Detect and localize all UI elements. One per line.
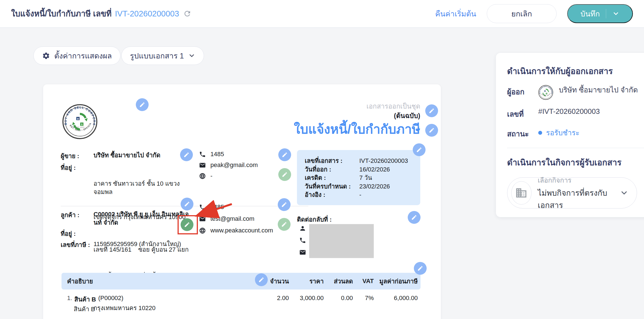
status-badge: รอรับชำระ: [546, 127, 579, 138]
number-label: เลขที่: [507, 107, 538, 120]
receiver-section-title: ดำเนินการในกิจการผู้รับเอกสาร: [507, 156, 644, 169]
mail-icon: [199, 162, 206, 169]
reset-defaults-link[interactable]: คืนค่าเริ่มต้น: [435, 8, 476, 20]
gear-icon: [42, 52, 50, 60]
status-dot: [538, 131, 542, 135]
info-issue-date-value: 16/02/2026: [359, 165, 412, 174]
pencil-icon: [281, 221, 287, 227]
customer-name: C00002 บริษัท พี ยู ยู เอ็น อินเทลลิเจนท…: [94, 210, 191, 227]
edit-customer-address-button[interactable]: [181, 218, 193, 231]
person-icon: [299, 225, 306, 232]
edit-title-button[interactable]: [425, 124, 438, 137]
chevron-down-icon: [188, 52, 195, 59]
chevron-down-icon: [620, 188, 628, 198]
status-label: สถานะ: [507, 127, 538, 139]
info-reference-label: อ้างอิง :: [305, 191, 359, 199]
company-logo: [62, 104, 98, 139]
items-table-header: คำอธิบาย จำนวน ราคา ส่วนลด VAT มูลค่าก่อ…: [62, 273, 421, 289]
pencil-icon: [411, 214, 417, 220]
item-amount: 6,000.00: [374, 295, 418, 304]
pencil-icon: [258, 277, 264, 283]
save-button-divider: [606, 9, 606, 18]
pencil-icon: [282, 171, 288, 178]
mail-icon: [199, 215, 206, 222]
seller-contact: 1485 peak@gmail.com -: [199, 151, 258, 180]
issuer-section-title: ดำเนินการให้กับผู้ออกเอกสาร: [507, 65, 644, 78]
col-discount: ส่วนลด: [324, 276, 353, 286]
edit-customer-button[interactable]: [181, 198, 193, 210]
document-preview-card: เอกสารออกเป็นชุด (ต้นฉบับ) ใบแจ้งหนี้/ใบ…: [43, 84, 441, 319]
col-pretax-amount: มูลค่าก่อนภาษี: [374, 276, 418, 286]
item-discount: 0.00: [324, 295, 353, 304]
pencil-icon: [184, 201, 190, 207]
pencil-icon: [429, 127, 435, 133]
callback-label: ติดต่อกลับที่ :: [297, 215, 332, 224]
phone-icon: [199, 151, 206, 158]
business-avatar: [511, 181, 532, 205]
topbar: ใบแจ้งหนี้/ใบกำกับภาษี เลขที่ IVT-202602…: [0, 0, 644, 28]
edit-info-box-button[interactable]: [413, 143, 426, 156]
edit-table-columns-button[interactable]: [255, 273, 268, 286]
edit-customer-contact-green-button[interactable]: [278, 218, 291, 231]
issuer-name: บริษัท ซื้อมาขายไป จำกัด: [559, 85, 638, 95]
customer-phone: 1485: [210, 203, 224, 211]
item-vat: 7%: [353, 295, 374, 304]
status-row: สถานะ รอรับชำระ: [507, 127, 644, 139]
pencil-icon: [281, 202, 287, 208]
business-select-value: ไม่พบกิจการที่ตรงกับเอกสาร: [538, 187, 620, 211]
number-row: เลขที่ #IVT-20260200003: [507, 107, 644, 120]
col-vat: VAT: [353, 278, 374, 285]
refresh-icon[interactable]: [183, 9, 191, 18]
phone-icon: [299, 237, 306, 244]
issuer-row: ผู้ออก บริษัท ซื้อมาขายไป จำกัด: [507, 85, 644, 100]
item-name: สินค้า B: [74, 295, 96, 304]
info-issue-date-label: วันที่ออก :: [305, 165, 359, 174]
phone-icon: [199, 204, 206, 211]
seller-phone: 1485: [210, 151, 224, 158]
info-credit-value: 7 วัน: [359, 174, 412, 182]
doc-format-label: รูปแบบเอกสาร 1: [130, 50, 184, 62]
cancel-button[interactable]: ยกเลิก: [487, 4, 557, 23]
seller-website: -: [210, 172, 212, 180]
globe-icon: [199, 173, 206, 180]
edit-callback-button[interactable]: [408, 211, 421, 224]
business-select-dropdown[interactable]: เลือกกิจการ ไม่พบกิจการที่ตรงกับเอกสาร: [507, 177, 637, 208]
item-number: 1.: [67, 295, 72, 304]
item-price: 3,000.00: [289, 295, 324, 304]
customer-email: test@gmail.com: [210, 215, 254, 222]
edit-batch-button[interactable]: [425, 104, 438, 117]
edit-logo-button[interactable]: [136, 98, 149, 111]
info-reference-value: -: [359, 191, 412, 199]
issuer-label: ผู้ออก: [507, 85, 538, 97]
page-title: ใบแจ้งหนี้/ใบกำกับภาษี เลขที่: [11, 7, 112, 20]
item-qty: 2.00: [257, 295, 289, 304]
save-button[interactable]: บันทึก: [567, 4, 633, 23]
pencil-icon: [183, 152, 190, 158]
document-head-right: เอกสารออกเป็นชุด (ต้นฉบับ) ใบแจ้งหนี้/ใบ…: [294, 102, 420, 138]
document-title: ใบแจ้งหนี้/ใบกำกับภาษี: [294, 121, 420, 138]
customer-label: ลูกค้า :: [61, 210, 94, 227]
seller-email: peak@gmail.com: [210, 161, 258, 169]
save-chevron-down-icon[interactable]: [612, 10, 620, 17]
pencil-icon: [139, 102, 145, 108]
edit-table-button[interactable]: [414, 262, 427, 275]
item-code: (P00002): [98, 295, 124, 304]
edit-seller-button[interactable]: [180, 148, 193, 161]
doc-number-link[interactable]: IVT-20260200003: [115, 9, 179, 18]
pencil-icon: [416, 147, 422, 153]
document-info-box: เลขที่เอกสาร :IVT-20260200003 วันที่ออก …: [297, 150, 420, 205]
seller-label: ผู้ขาย :: [61, 151, 94, 161]
seller-name: บริษัท ซื้อมาขายไป จำกัด: [94, 151, 189, 161]
info-due-date-label: วันที่ครบกำหนด :: [305, 182, 359, 191]
globe-icon: [199, 227, 206, 234]
doc-format-dropdown[interactable]: รูปแบบเอกสาร 1: [121, 46, 204, 65]
edit-seller-contact-green-button[interactable]: [278, 168, 291, 181]
edit-customer-contact-button[interactable]: [278, 198, 291, 211]
building-icon: [515, 187, 527, 199]
edit-seller-contact-button[interactable]: [278, 148, 291, 161]
display-settings-button[interactable]: ตั้งค่าการแสดงผล: [33, 46, 121, 65]
mail-icon: [299, 249, 306, 256]
redacted-contact-box: [309, 224, 374, 258]
batch-label: เอกสารออกเป็นชุด: [294, 102, 420, 111]
info-due-date-value: 23/02/2026: [359, 182, 412, 191]
